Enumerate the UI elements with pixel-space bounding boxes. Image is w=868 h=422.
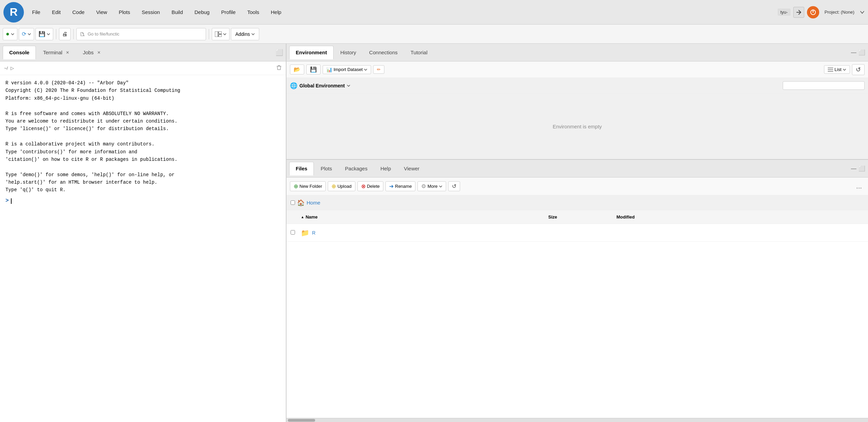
tab-terminal[interactable]: Terminal ✕ xyxy=(36,46,76,59)
new-folder-button[interactable]: ⊕ New Folder xyxy=(290,181,326,191)
console-nav-icon[interactable]: ▷ xyxy=(11,66,14,71)
files-minimize-button[interactable]: — xyxy=(851,166,856,172)
goto-file-box[interactable]: Go to file/functic xyxy=(76,28,206,40)
list-icon xyxy=(828,67,833,72)
console-line-9: R is a collaborative project with many c… xyxy=(5,140,280,148)
save-workspace-button[interactable]: 💾 xyxy=(306,65,321,74)
tab-help[interactable]: Help xyxy=(374,162,397,175)
new-script-button[interactable]: ● xyxy=(3,28,17,40)
menu-view[interactable]: View xyxy=(91,7,113,17)
upload-button[interactable]: ⊕ Upload xyxy=(328,181,355,191)
print-icon: 🖨 xyxy=(62,31,68,37)
environment-pane: Environment History Connections Tutorial… xyxy=(286,44,868,160)
more-button[interactable]: ⚙ More xyxy=(417,181,446,191)
pencil-icon: ✏ xyxy=(377,67,381,72)
files-sort-size[interactable]: Size xyxy=(548,214,617,220)
addins-button[interactable]: Addins xyxy=(231,28,259,40)
print-button[interactable]: 🖨 xyxy=(59,28,71,40)
file-name-r[interactable]: R xyxy=(312,230,554,236)
new-dropdown-icon xyxy=(11,32,14,36)
main-toolbar: ● ⟳ 💾 🖨 Go to file/functic Addins xyxy=(0,25,868,44)
console-line-13: Type 'demo()' for some demos, 'help()' f… xyxy=(5,171,280,179)
files-maximize-button[interactable]: ⬜ xyxy=(858,165,865,172)
rename-button[interactable]: ➜ Rename xyxy=(385,181,415,191)
files-pane: Files Plots Packages Help Viewer — ⬜ xyxy=(286,160,868,422)
power-icon xyxy=(810,9,816,16)
project-dropdown-icon[interactable] xyxy=(860,10,865,15)
layout-button[interactable] xyxy=(212,28,230,40)
console-line-3: Platform: x86_64-pc-linux-gnu (64-bit) xyxy=(5,95,280,102)
layout-icon xyxy=(215,31,222,37)
tab-terminal-close[interactable]: ✕ xyxy=(66,50,69,55)
tab-viewer[interactable]: Viewer xyxy=(398,162,426,175)
console-clear-icon[interactable] xyxy=(276,65,282,71)
right-panel: Environment History Connections Tutorial… xyxy=(286,44,868,422)
files-tab-bar: Files Plots Packages Help Viewer — ⬜ xyxy=(286,160,868,178)
toolbar-separator-2 xyxy=(73,29,74,39)
home-link[interactable]: Home xyxy=(307,200,320,206)
files-home-bar: 🏠 Home xyxy=(286,195,868,210)
console-line-2: Copyright (C) 2020 The R Foundation for … xyxy=(5,87,280,94)
cursor xyxy=(11,198,12,204)
menu-code[interactable]: Code xyxy=(67,7,90,17)
menu-profile[interactable]: Profile xyxy=(216,7,241,17)
menu-debug[interactable]: Debug xyxy=(189,7,215,17)
open-icon: ⟳ xyxy=(22,31,26,37)
console-area: ~/ ▷ R version 4.0.0 (2020-04-24) -- "Ar… xyxy=(0,61,286,422)
import-dataset-button[interactable]: 📊 Import Dataset xyxy=(323,65,371,74)
list-dropdown-icon xyxy=(843,68,846,71)
file-row-r: 📁 R xyxy=(286,224,868,242)
files-list: 📁 R xyxy=(286,224,868,418)
gear-icon: ⚙ xyxy=(421,183,426,189)
tab-plots[interactable]: Plots xyxy=(314,162,338,175)
username-display: tyu- xyxy=(778,9,791,16)
menu-session[interactable]: Session xyxy=(136,7,165,17)
svg-rect-4 xyxy=(219,34,222,37)
env-minimize-button[interactable]: — xyxy=(851,50,856,56)
global-env-selector[interactable]: 🌐 Global Environment xyxy=(290,82,350,89)
env-search-input[interactable] xyxy=(783,81,865,90)
list-button[interactable]: List xyxy=(824,65,850,74)
files-scrollbar-thumb[interactable] xyxy=(288,419,315,422)
open-button[interactable]: ⟳ xyxy=(19,28,34,40)
files-sort-modified[interactable]: Modified xyxy=(617,214,864,220)
delete-button[interactable]: ⊗ Delete xyxy=(357,181,384,191)
files-scrollbar[interactable] xyxy=(286,418,868,422)
tab-environment[interactable]: Environment xyxy=(289,46,334,59)
tab-jobs[interactable]: Jobs ✕ xyxy=(76,46,107,59)
connect-button[interactable] xyxy=(793,7,804,18)
save-button[interactable]: 💾 xyxy=(35,28,53,40)
tab-jobs-close[interactable]: ✕ xyxy=(97,50,101,55)
console-line-12 xyxy=(5,163,280,171)
env-maximize-button[interactable]: ⬜ xyxy=(858,49,865,56)
svg-rect-2 xyxy=(215,31,218,37)
console-line-11: 'citation()' on how to cite R or R packa… xyxy=(5,156,280,163)
menu-plots[interactable]: Plots xyxy=(113,7,135,17)
menu-help[interactable]: Help xyxy=(265,7,287,17)
tab-history[interactable]: History xyxy=(334,46,363,59)
save-dropdown-icon xyxy=(47,32,50,36)
tab-packages[interactable]: Packages xyxy=(339,162,374,175)
file-checkbox-r[interactable] xyxy=(291,230,295,235)
tab-tutorial[interactable]: Tutorial xyxy=(404,46,433,59)
load-icon: 📂 xyxy=(294,66,300,73)
console-maximize-button[interactable]: ⬜ xyxy=(276,49,283,56)
home-checkbox[interactable] xyxy=(291,200,295,205)
tab-console[interactable]: Console xyxy=(3,46,36,59)
load-workspace-button[interactable]: 📂 xyxy=(290,65,304,74)
tab-files[interactable]: Files xyxy=(289,162,314,175)
new-icon: ● xyxy=(6,30,10,38)
edit-env-button[interactable]: ✏ xyxy=(373,65,384,74)
menu-file[interactable]: File xyxy=(27,7,46,17)
files-three-dots-button[interactable]: ... xyxy=(853,182,865,190)
tab-connections[interactable]: Connections xyxy=(363,46,403,59)
menu-tools[interactable]: Tools xyxy=(242,7,265,17)
console-prompt[interactable]: > xyxy=(5,197,280,206)
power-button[interactable] xyxy=(807,6,819,18)
menu-edit[interactable]: Edit xyxy=(46,7,66,17)
env-refresh-button[interactable]: ↺ xyxy=(852,64,865,75)
addins-label: Addins xyxy=(235,31,250,37)
files-sort-name[interactable]: ▲ Name xyxy=(301,214,548,220)
files-refresh-button[interactable]: ↺ xyxy=(448,181,460,191)
menu-build[interactable]: Build xyxy=(166,7,188,17)
